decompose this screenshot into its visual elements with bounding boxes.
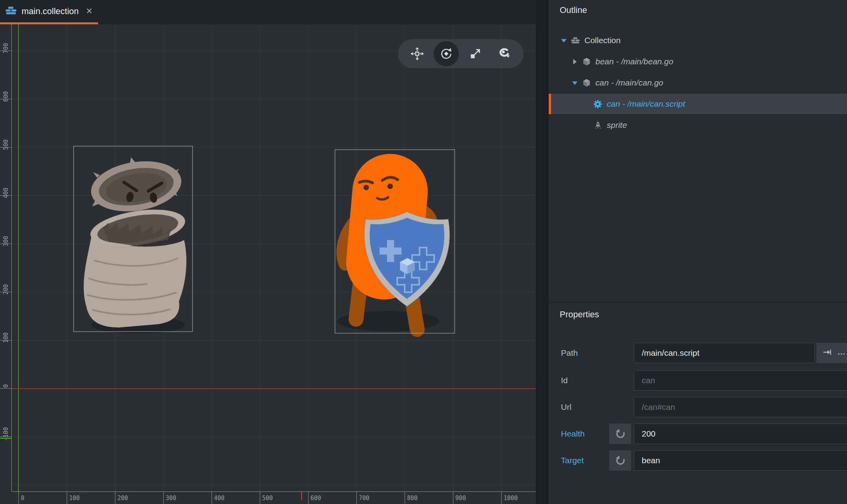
browse-ellipsis-icon[interactable]: … <box>837 348 846 356</box>
ruler-x-label: 200 <box>117 495 128 502</box>
scene-canvas[interactable] <box>0 24 536 504</box>
outline-row-bean-go[interactable]: bean - /main/bean.go <box>549 51 847 72</box>
collection-icon <box>5 6 16 16</box>
ruler-y-label: -100 <box>3 423 9 445</box>
tab-bar: main.collection × <box>0 0 536 24</box>
jump-to-resource-icon[interactable] <box>822 348 832 358</box>
outline-row-can-script[interactable]: can - /main/can.script <box>549 94 847 114</box>
property-row-target: Target bean <box>561 450 840 471</box>
rotate-tool-button[interactable] <box>434 41 459 66</box>
ruler-y-label: 600 <box>3 86 9 107</box>
script-gear-icon <box>593 100 602 109</box>
eye-swirl-icon <box>497 47 511 61</box>
ruler-x-label: 400 <box>214 495 225 502</box>
chevron-down-icon[interactable] <box>560 38 567 43</box>
ruler-y-label: 300 <box>3 230 9 252</box>
move-icon <box>410 47 424 61</box>
reset-target-button[interactable] <box>609 450 631 471</box>
reset-arrow-icon <box>615 428 626 439</box>
property-label: Health <box>561 424 585 444</box>
property-label: Path <box>561 343 578 363</box>
reset-health-button[interactable] <box>609 424 631 444</box>
rotate-icon <box>439 47 453 61</box>
reset-arrow-icon <box>615 455 626 466</box>
ruler-x-label: 500 <box>262 495 273 502</box>
collection-icon <box>571 37 580 44</box>
property-label: Id <box>561 370 568 391</box>
property-label: Url <box>561 397 571 417</box>
horizontal-ruler: 0 100 200 300 400 500 600 700 800 900 10… <box>12 491 536 504</box>
ruler-y-label: 200 <box>3 278 9 300</box>
path-field[interactable]: /main/can.script <box>634 343 815 363</box>
ruler-x-label: 0 <box>21 495 24 502</box>
id-field[interactable]: can <box>634 370 847 391</box>
move-tool-button[interactable] <box>405 41 430 66</box>
section-divider <box>549 302 847 303</box>
game-object-cube-icon <box>582 58 591 66</box>
chevron-down-icon[interactable] <box>571 80 578 86</box>
ruler-y-label: 0 <box>3 375 9 397</box>
ruler-x-label: 300 <box>166 495 176 502</box>
visibility-filter-button[interactable] <box>492 41 517 66</box>
ruler-x-label: 700 <box>359 495 369 502</box>
property-row-health: Health 200 <box>561 424 840 444</box>
ruler-y-label: 700 <box>3 37 9 59</box>
outline-row-sprite[interactable]: sprite <box>549 115 847 135</box>
property-row-path: Path /main/can.script … <box>561 343 840 363</box>
outline-item-label: sprite <box>607 120 627 130</box>
health-field[interactable]: 200 <box>634 424 847 444</box>
ruler-x-label: 900 <box>455 495 466 502</box>
outline-item-label: can - /main/can.script <box>607 99 685 109</box>
x-axis-line <box>12 388 536 389</box>
scene-viewport[interactable]: 700 600 500 400 300 200 100 0 -100 0 <box>0 24 536 504</box>
editor-pane: main.collection × <box>0 0 536 504</box>
chevron-right-icon[interactable] <box>571 59 578 65</box>
can-sprite[interactable] <box>84 150 188 334</box>
transform-toolbar <box>398 39 524 68</box>
ruler-x-label: 800 <box>407 495 418 502</box>
outline-item-label: Collection <box>584 36 621 45</box>
ruler-y-label: 100 <box>3 327 9 349</box>
ruler-cursor-marker-x <box>301 492 302 500</box>
outline-row-can-go[interactable]: can - /main/can.go <box>549 73 847 93</box>
ruler-x-label: 600 <box>310 495 321 502</box>
scale-icon <box>468 47 482 61</box>
panel-splitter[interactable] <box>536 0 549 504</box>
target-field[interactable]: bean <box>634 450 847 471</box>
path-buttons: … <box>816 343 847 363</box>
ruler-y-label: 400 <box>3 182 9 204</box>
outline-item-label: can - /main/can.go <box>595 78 663 87</box>
close-icon[interactable]: × <box>86 6 93 16</box>
tab-label: main.collection <box>22 6 79 16</box>
outline-item-label: bean - /main/bean.go <box>595 57 673 66</box>
game-object-cube-icon <box>582 79 591 87</box>
property-row-url: Url /can#can <box>561 397 840 417</box>
y-axis-line <box>18 24 19 491</box>
defold-editor-window: main.collection × <box>0 0 847 504</box>
scale-tool-button[interactable] <box>463 41 488 66</box>
bean-sprite[interactable] <box>338 151 449 331</box>
outline-title: Outline <box>560 5 587 15</box>
right-panel: Outline Collection <box>549 0 847 504</box>
property-label: Target <box>561 450 584 471</box>
url-field[interactable]: /can#can <box>634 397 847 417</box>
properties-title: Properties <box>560 309 599 320</box>
vertical-ruler: 700 600 500 400 300 200 100 0 -100 <box>0 24 12 491</box>
ruler-x-label: 100 <box>69 495 80 502</box>
ruler-cursor-marker-y <box>0 438 12 439</box>
rocket-icon <box>593 121 602 129</box>
outline-row-collection[interactable]: Collection <box>549 30 847 51</box>
ruler-x-label: 1000 <box>504 495 518 502</box>
ruler-y-label: 500 <box>3 134 9 156</box>
property-row-id: Id can <box>561 370 840 391</box>
tab-main-collection[interactable]: main.collection × <box>0 0 98 22</box>
